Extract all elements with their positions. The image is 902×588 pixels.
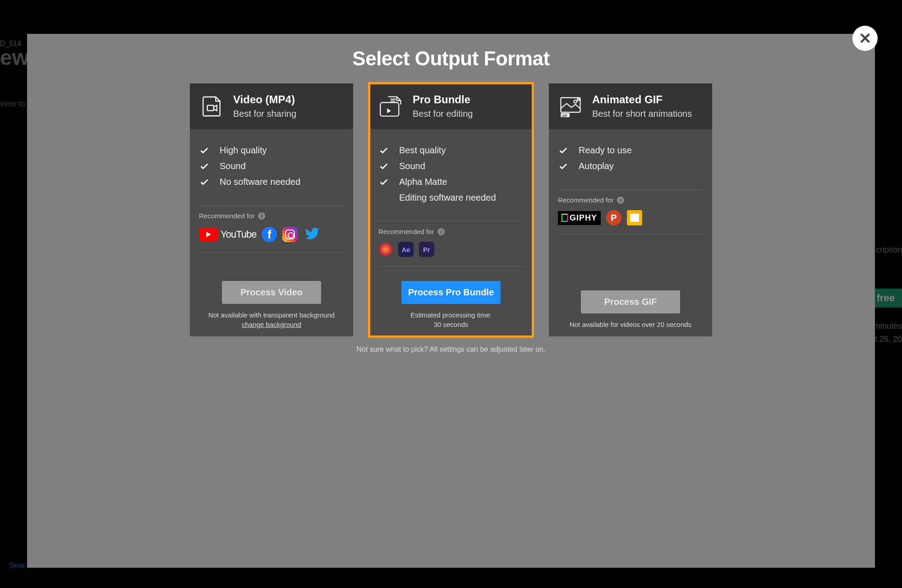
recommended-logos-gif: GIPHY P [558,210,703,225]
svg-text:GIF: GIF [562,113,568,117]
card-pro-bundle[interactable]: Pro Bundle Best for editing Best quality… [369,83,533,336]
recommended-label: Recommended for i [199,212,344,220]
divider [378,221,524,221]
feature-text: No software needed [220,177,300,187]
google-slides-icon [627,210,642,225]
card-video-subtitle: Best for sharing [233,109,296,119]
divider [199,252,344,253]
process-pro-bundle-button[interactable]: Process Pro Bundle [401,281,501,304]
process-gif-button[interactable]: Process GIF [581,290,680,313]
close-icon: ✕ [859,29,871,47]
info-icon[interactable]: i [617,197,624,204]
card-video-header: Video (MP4) Best for sharing [190,83,353,129]
check-icon [378,146,389,156]
info-icon[interactable]: i [437,228,445,235]
check-icon [199,161,210,171]
card-video-features: High quality Sound No software needed [199,142,344,190]
card-gif-features: Ready to use Autoplay [558,142,703,174]
youtube-logo: YouTube [199,228,256,241]
card-pro-title: Pro Bundle [413,93,473,106]
card-video-title: Video (MP4) [233,93,296,106]
svg-rect-0 [207,105,214,110]
format-cards-row: Video (MP4) Best for sharing High qualit… [38,83,864,336]
instagram-logo [282,227,298,242]
card-pro-subtitle: Best for editing [413,109,473,119]
gif-file-icon: GIF [558,94,583,119]
divider [199,205,344,206]
modal-footer-note: Not sure what to pick? All settings can … [38,345,864,354]
card-gif-note: Not available for videos over 20 seconds [558,320,703,329]
feature-text: Editing software needed [399,193,496,203]
modal-title: Select Output Format [38,47,864,70]
card-pro-note: Estimated processing time: 30 seconds [378,310,524,329]
recommended-logos-video: YouTube f [199,226,344,243]
check-icon [378,161,389,171]
check-icon [558,161,569,171]
premiere-pro-icon: Pr [419,242,434,257]
info-icon[interactable]: i [258,212,265,220]
card-gif-subtitle: Best for short animations [592,109,692,119]
twitter-logo [303,226,321,243]
change-background-link[interactable]: change background [242,321,301,328]
card-gif-title: Animated GIF [592,93,692,106]
process-video-button[interactable]: Process Video [222,281,321,304]
feature-text: High quality [220,145,267,156]
facebook-logo: f [262,227,277,242]
close-button[interactable]: ✕ [852,26,878,51]
after-effects-icon: Ae [398,242,414,257]
card-pro-header: Pro Bundle Best for editing [369,83,533,129]
recommended-label: Recommended for i [558,196,703,204]
davinci-resolve-icon [378,242,393,257]
divider [558,189,703,190]
check-icon [199,177,210,187]
pro-bundle-icon [378,94,404,119]
card-video[interactable]: Video (MP4) Best for sharing High qualit… [190,83,353,336]
svg-point-4 [574,100,577,103]
feature-text: Sound [220,161,246,171]
recommended-label: Recommended for i [378,228,524,235]
powerpoint-icon: P [606,210,621,225]
recommended-logos-pro: Ae Pr [378,242,524,257]
check-icon [199,146,210,156]
card-pro-features: Best quality Sound Alpha Matte Editing s… [378,142,524,206]
feature-text: Sound [399,161,425,171]
feature-text: Alpha Matte [399,177,447,187]
divider [378,266,524,266]
check-icon [558,146,569,156]
card-gif-header: GIF Animated GIF Best for short animatio… [549,83,712,129]
divider [558,234,703,235]
feature-text: Best quality [399,145,446,156]
card-video-note: Not available with transparent backgroun… [199,310,344,329]
feature-text: Autoplay [579,161,614,171]
feature-text: Ready to use [579,145,632,156]
giphy-logo: GIPHY [558,211,601,225]
card-gif[interactable]: GIF Animated GIF Best for short animatio… [549,83,712,336]
video-file-icon [199,94,224,119]
check-icon [378,177,389,187]
svg-point-5 [577,98,579,100]
output-format-modal: ✕ Select Output Format Video (MP4) Best … [27,34,875,568]
